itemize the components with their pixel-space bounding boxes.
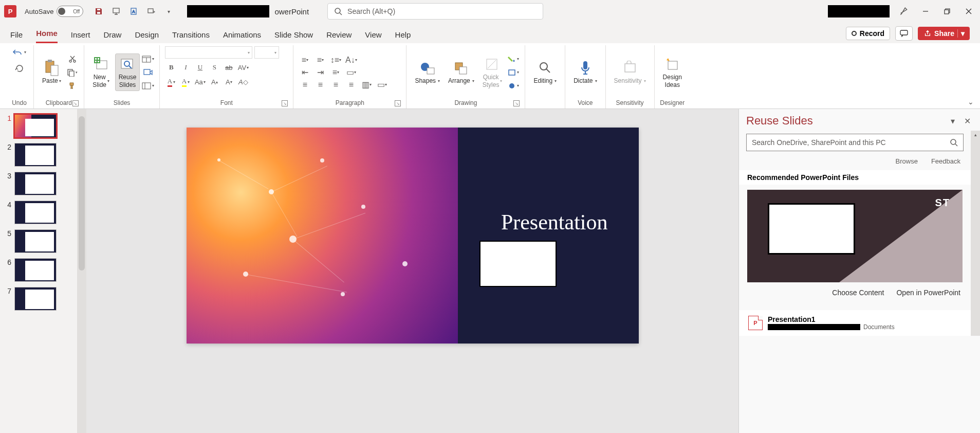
increase-font-button[interactable]: A▴: [208, 76, 220, 87]
recommended-file-card[interactable]: ST: [747, 190, 963, 282]
drawing-launcher[interactable]: ↘: [513, 100, 520, 106]
autosave-toggle[interactable]: Off: [57, 6, 83, 17]
character-spacing-button[interactable]: AV▾: [237, 62, 249, 73]
arrange-button[interactable]: Arrange▾: [445, 58, 477, 86]
open-in-powerpoint-link[interactable]: Open in PowerPoint: [896, 288, 960, 297]
tab-review[interactable]: Review: [326, 30, 352, 43]
slide-canvas[interactable]: Presentation: [187, 128, 639, 344]
tab-help[interactable]: Help: [395, 30, 411, 43]
decrease-indent-button[interactable]: ⇤: [299, 68, 311, 77]
new-slide-button[interactable]: New Slide▾: [89, 54, 113, 91]
shape-outline-button[interactable]: ▾: [507, 67, 520, 78]
clear-formatting-button[interactable]: A◇: [237, 76, 249, 87]
text-direction-button[interactable]: A↓▾: [345, 56, 357, 65]
tab-design[interactable]: Design: [135, 30, 159, 43]
ribbon-collapse-button[interactable]: ⌄: [968, 98, 974, 106]
italic-button[interactable]: I: [179, 62, 192, 73]
accessibility-button[interactable]: A: [128, 6, 139, 16]
cut-button[interactable]: [66, 53, 79, 65]
columns-button[interactable]: ▥▾: [360, 80, 373, 89]
tab-home[interactable]: Home: [36, 29, 58, 43]
tab-animations[interactable]: Animations: [223, 30, 261, 43]
thumb-7[interactable]: 7: [0, 287, 77, 311]
layout-button[interactable]: ▾: [142, 53, 154, 65]
present-from-start-button[interactable]: [111, 6, 121, 16]
thumb-4[interactable]: 4: [0, 201, 77, 224]
shapes-button[interactable]: Shapes▾: [412, 58, 443, 86]
thumb-1[interactable]: 1: [0, 114, 77, 138]
reuse-pane-scrollbar[interactable]: ▴: [971, 131, 980, 336]
section-button[interactable]: ▾: [142, 80, 154, 92]
window-minimize-button[interactable]: [918, 4, 933, 19]
thumb-2[interactable]: 2: [0, 143, 77, 167]
font-size-combo[interactable]: ▾: [254, 46, 279, 59]
sensitivity-button[interactable]: Sensitivity▾: [611, 58, 649, 86]
clipboard-launcher[interactable]: ↘: [72, 100, 79, 106]
change-case-button[interactable]: Aa▾: [194, 76, 206, 87]
comments-button[interactable]: [895, 26, 913, 41]
window-restore-button[interactable]: [940, 4, 954, 19]
record-button[interactable]: Record: [846, 27, 890, 40]
thumbnails-scrollbar[interactable]: [77, 109, 86, 433]
share-dropdown[interactable]: ▾: [957, 29, 965, 38]
tab-draw[interactable]: Draw: [103, 30, 121, 43]
tab-slideshow[interactable]: Slide Show: [274, 30, 313, 43]
dictate-button[interactable]: Dictate▾: [570, 58, 600, 86]
shadow-button[interactable]: S: [208, 62, 220, 73]
thumb-3[interactable]: 3: [0, 172, 77, 195]
save-button[interactable]: [94, 6, 104, 16]
reuse-feedback-link[interactable]: Feedback: [931, 157, 960, 165]
quick-styles-button[interactable]: Quick Styles▾: [479, 54, 506, 91]
underline-button[interactable]: U: [194, 62, 206, 73]
export-button[interactable]: [146, 6, 156, 16]
numbering-button[interactable]: ≡▾: [314, 56, 326, 65]
format-painter-button[interactable]: [66, 80, 79, 92]
font-color-button[interactable]: A▾: [165, 76, 177, 87]
search-box[interactable]: Search (Alt+Q): [327, 3, 543, 20]
choose-content-link[interactable]: Choose Content: [832, 288, 884, 297]
reuse-browse-link[interactable]: Browse: [896, 157, 918, 165]
qat-customize-button[interactable]: ▾: [163, 6, 174, 16]
tab-insert[interactable]: Insert: [71, 30, 90, 43]
tab-transitions[interactable]: Transitions: [172, 30, 210, 43]
font-name-combo[interactable]: ▾: [165, 46, 252, 59]
bullets-button[interactable]: ≡▾: [299, 56, 311, 65]
font-launcher[interactable]: ↘: [282, 100, 288, 106]
highlight-button[interactable]: A▾: [179, 76, 192, 87]
line-spacing-button[interactable]: ↕≡▾: [329, 56, 342, 65]
thumb-6[interactable]: 6: [0, 258, 77, 282]
slide-subtitle-redacted[interactable]: [479, 241, 557, 287]
reuse-pane-close-button[interactable]: ✕: [961, 115, 973, 127]
tab-file[interactable]: File: [10, 30, 23, 43]
coming-soon-button[interactable]: [897, 4, 911, 19]
reuse-slides-button[interactable]: Reuse Slides: [115, 53, 140, 91]
align-center-button[interactable]: ≡: [314, 80, 326, 89]
reuse-search-input[interactable]: Search OneDrive, SharePoint and this PC: [746, 134, 964, 151]
copy-button[interactable]: ▾: [66, 67, 79, 78]
window-close-button[interactable]: [961, 4, 976, 19]
share-button[interactable]: Share ▾: [918, 27, 970, 40]
file-item[interactable]: P Presentation1 Documents: [739, 310, 971, 336]
justify-button[interactable]: ≡: [345, 80, 357, 89]
thumb-5[interactable]: 5: [0, 229, 77, 253]
align-text-button[interactable]: ≡▾: [329, 68, 342, 77]
user-account-redacted[interactable]: [828, 5, 890, 17]
redo-button[interactable]: [13, 63, 26, 74]
convert-smartart-button[interactable]: ▭▾: [345, 68, 357, 77]
tab-view[interactable]: View: [365, 30, 381, 43]
bold-button[interactable]: B: [165, 62, 177, 73]
slide-title-text[interactable]: Presentation: [501, 210, 608, 234]
decrease-font-button[interactable]: A▾: [223, 76, 235, 87]
increase-indent-button[interactable]: ⇥: [314, 68, 326, 77]
slide-editor[interactable]: Presentation: [86, 109, 738, 433]
editing-button[interactable]: Editing▾: [530, 58, 560, 86]
shape-effects-button[interactable]: ▾: [507, 80, 520, 92]
paste-button[interactable]: Paste▾: [39, 58, 64, 86]
align-right-button[interactable]: ≡: [329, 80, 342, 89]
paragraph-launcher[interactable]: ↘: [395, 100, 401, 106]
reset-button[interactable]: [142, 67, 154, 78]
design-ideas-button[interactable]: Design Ideas: [660, 54, 685, 91]
reuse-pane-options-button[interactable]: ▾: [947, 115, 958, 127]
strikethrough-button[interactable]: ab: [223, 62, 235, 73]
distribute-button[interactable]: ▭▾: [376, 80, 388, 89]
